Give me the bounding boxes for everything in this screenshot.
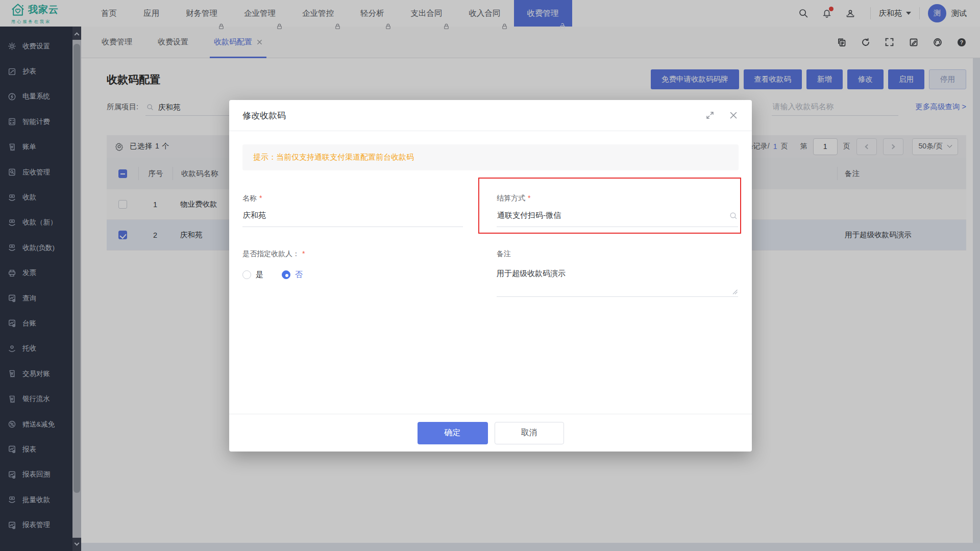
modal-header: 修改收款码 [229, 100, 752, 131]
modal-title: 修改收款码 [242, 110, 692, 121]
cancel-button[interactable]: 取消 [495, 422, 564, 444]
modal-footer: 确定 取消 [229, 414, 752, 452]
required-asterisk: * [302, 249, 305, 258]
confirm-button[interactable]: 确定 [418, 422, 488, 444]
remark-field: 备注 用于超级收款码演示 [497, 249, 738, 297]
required-asterisk: * [259, 194, 262, 202]
edit-payment-code-modal: 修改收款码 提示：当前仅支持通联支付渠道配置前台收款码 名称* 结算方式* [229, 100, 752, 452]
remark-label: 备注 [497, 249, 738, 259]
name-label: 名称* [242, 194, 463, 203]
settlement-label: 结算方式* [497, 194, 738, 203]
remark-textarea[interactable]: 用于超级收款码演示 [497, 266, 738, 297]
settlement-field: 结算方式* [497, 194, 738, 227]
required-asterisk: * [528, 194, 530, 202]
payee-label: 是否指定收款人：* [242, 249, 463, 259]
close-icon[interactable] [728, 110, 739, 120]
radio-option-no[interactable]: 否 [282, 270, 303, 280]
settlement-input[interactable] [497, 211, 738, 227]
name-input[interactable] [242, 211, 463, 227]
radio-unselected[interactable] [242, 270, 251, 279]
payee-field: 是否指定收款人：* 是 否 [242, 249, 463, 297]
search-icon[interactable] [729, 212, 738, 220]
tip-banner: 提示：当前仅支持通联支付渠道配置前台收款码 [242, 144, 739, 170]
radio-option-yes[interactable]: 是 [242, 270, 263, 280]
tip-text: 提示：当前仅支持通联支付渠道配置前台收款码 [253, 153, 414, 162]
maximize-icon[interactable] [705, 110, 715, 120]
name-field: 名称* [242, 194, 463, 227]
resize-grip-icon[interactable] [732, 289, 738, 294]
modal-form: 名称* 结算方式* 是否指定收款人：* 是 [229, 170, 752, 297]
radio-selected[interactable] [282, 270, 290, 279]
app-window: 我家云 用心服务在我家 首页 应用 财务管理 企业管理 企业管控 轻分析 支出合… [0, 0, 980, 551]
